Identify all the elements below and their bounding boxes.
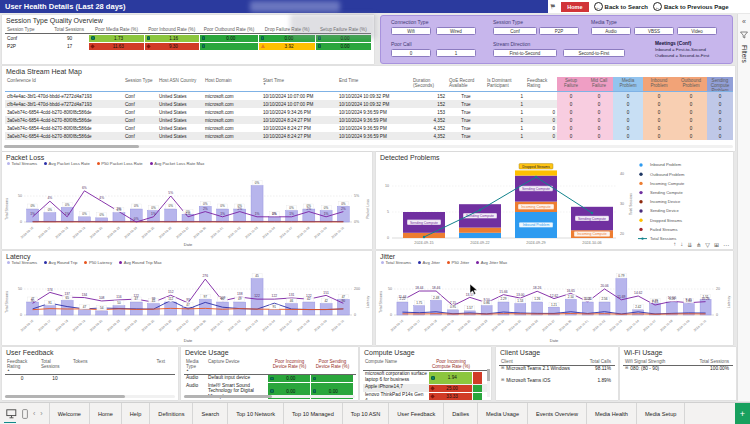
- legend-item-sending-device[interactable]: Sending Device: [650, 208, 679, 213]
- filter-button-wifi[interactable]: Wifi: [391, 27, 431, 35]
- filter-button-p2p[interactable]: P2P: [539, 27, 579, 35]
- bar-2024-09-19[interactable]: [78, 310, 90, 315]
- wifi-row[interactable]: ⊞080: (80 - 90)100.00%: [623, 366, 733, 374]
- scrollbar-thumb[interactable]: [184, 395, 272, 398]
- filter-button-1[interactable]: 1: [436, 49, 476, 57]
- filter-button-wired[interactable]: Wired: [436, 27, 476, 35]
- stack-segment-incoming-compute[interactable]: [459, 228, 501, 233]
- home-button[interactable]: Home: [561, 2, 588, 12]
- drill-up-icon[interactable]: ↑: [673, 241, 676, 248]
- stack-segment-dropped-streams[interactable]: [515, 170, 557, 175]
- drill-down-icon[interactable]: ↓: [680, 241, 683, 248]
- filter-button-video[interactable]: Video: [677, 27, 717, 35]
- bar-2024-10-01[interactable]: [217, 302, 229, 315]
- filters-rail-label[interactable]: Filters: [741, 45, 748, 63]
- tab-media-usage[interactable]: Media Usage: [478, 403, 528, 424]
- heatmap-row[interactable]: 3a0eb74c-6854-4cdd-b270-80f0f8c586deConf…: [5, 108, 733, 116]
- legend-item-inbound-problem[interactable]: Inbound Problem: [650, 162, 682, 167]
- tab-user-feedback[interactable]: User Feedback: [389, 403, 444, 424]
- bar-2024-09-23[interactable]: [113, 306, 125, 315]
- vscrollbar[interactable]: [487, 369, 490, 397]
- filter-button-conf[interactable]: Conf: [493, 27, 537, 35]
- feedback-row[interactable]: 010: [5, 375, 175, 383]
- add-page-button[interactable]: +: [735, 403, 750, 424]
- bar-2024-10-08[interactable]: [303, 209, 315, 222]
- bar-2024-09-17[interactable]: [44, 306, 56, 315]
- bar-2024-09-24[interactable]: [498, 302, 509, 315]
- scrollbar-thumb[interactable]: [487, 369, 490, 381]
- legend-item-sending-compute[interactable]: Sending Compute: [650, 190, 683, 195]
- heatmap-row[interactable]: 3a0eb74c-6854-4cdd-b270-80f0f8c586deConf…: [5, 124, 733, 132]
- bar-2024-09-18[interactable]: [61, 300, 73, 315]
- expand-icon[interactable]: ⊞: [501, 378, 504, 383]
- legend-item-failed-streams[interactable]: Failed Streams: [650, 227, 678, 232]
- stack-segment-inbound-problem[interactable]: [459, 233, 501, 238]
- compute-row[interactable]: lenovo ThinkPad P14s Gen 433.33: [363, 392, 487, 400]
- collapse-filters-icon[interactable]: «: [742, 18, 746, 25]
- pin-icon[interactable]: ⚑: [549, 2, 557, 11]
- bar-2024-09-26[interactable]: [165, 209, 177, 222]
- filter-button-second-to-first[interactable]: Second-to-First: [563, 49, 625, 57]
- legend-item-dropped-streams[interactable]: Dropped Streams: [650, 218, 682, 223]
- bar-2024-09-18[interactable]: [431, 300, 442, 315]
- expand-icon[interactable]: ⊞: [625, 366, 628, 371]
- filter-button-vbss[interactable]: VBSS: [634, 27, 674, 35]
- overview-row[interactable]: P2P1711.639.303.920.00: [5, 42, 371, 50]
- desktop-view-icon[interactable]: [6, 409, 17, 419]
- bar-2024-10-02[interactable]: [234, 209, 246, 222]
- scrollbar-thumb[interactable]: [4, 145, 139, 148]
- legend-item-incoming-device[interactable]: Incoming Device: [650, 199, 681, 204]
- more-options-icon[interactable]: ⋯: [723, 241, 729, 248]
- heatmap-row[interactable]: cfb4e4ac-3bf1-470d-bbdd-e7272d4a7193Conf…: [5, 91, 733, 100]
- heatmap-row[interactable]: 3a0eb74c-6854-4cdd-b270-80f0f8c586deConf…: [5, 116, 733, 124]
- focus-mode-icon[interactable]: ⊞: [714, 241, 719, 248]
- compute-row[interactable]: Apple iPhone14,725.00: [363, 384, 487, 392]
- next-tab-arrow[interactable]: ›: [40, 410, 42, 417]
- tab-search[interactable]: Search: [193, 403, 228, 424]
- expand-all-icon[interactable]: ⇊: [687, 241, 692, 248]
- tab-help[interactable]: Help: [122, 403, 151, 424]
- bar-2024-10-04[interactable]: [268, 310, 280, 315]
- bar-2024-09-30[interactable]: [199, 299, 211, 315]
- tab-media-health[interactable]: Media Health: [587, 403, 637, 424]
- legend-item-outbound-problem[interactable]: Outbound Problem: [650, 172, 685, 177]
- tab-top-10-network[interactable]: Top 10 Network: [228, 403, 284, 424]
- filter-funnel-icon[interactable]: [740, 31, 748, 39]
- client-row[interactable]: ⊞Microsoft Teams 2.1 Windows98.11%: [499, 366, 615, 378]
- filter-button-0[interactable]: 0: [391, 49, 431, 57]
- heatmap-row[interactable]: 3a0eb74c-6854-4cdd-b270-80f0f8c586deConf…: [5, 132, 733, 140]
- tab-top-10-asn[interactable]: Top 10 ASN: [343, 403, 390, 424]
- filter-button-audio[interactable]: Audio: [591, 27, 631, 35]
- client-row[interactable]: ⊞Microsoft Teams iOS1.89%: [499, 378, 615, 386]
- bar-2024-10-08[interactable]: [303, 302, 315, 315]
- tab-top-10-managed[interactable]: Top 10 Managed: [284, 403, 343, 424]
- tab-home[interactable]: Home: [90, 403, 122, 424]
- tab-events-overview[interactable]: Events Overview: [528, 403, 587, 424]
- tab-media-setup[interactable]: Media Setup: [637, 403, 685, 424]
- back-to-search-button[interactable]: ←Back to Search: [594, 2, 648, 11]
- tab-definitions[interactable]: Definitions: [150, 403, 193, 424]
- legend-item-incoming-compute[interactable]: Incoming Compute: [650, 181, 685, 186]
- compute-row[interactable]: microsoft corporation surface laptop 6 f…: [363, 371, 487, 384]
- tab-welcome[interactable]: Welcome: [49, 403, 90, 424]
- heatmap-hscrollbar[interactable]: [4, 145, 733, 148]
- filter-icon[interactable]: ▽: [705, 241, 710, 248]
- bar-2024-09-17[interactable]: [44, 213, 56, 222]
- bar-2024-09-20[interactable]: [96, 311, 108, 315]
- legend-label: Avg Jitter Max: [481, 260, 507, 265]
- heatmap-row[interactable]: cfb4e4ac-3bf1-470d-bbdd-e7272d4a7193Conf…: [5, 100, 733, 108]
- bar-2024-09-30[interactable]: [565, 299, 576, 315]
- prev-tab-arrow[interactable]: ‹: [33, 410, 35, 417]
- hscrollbar[interactable]: [184, 395, 355, 398]
- bar-2024-09-16[interactable]: [397, 302, 408, 315]
- mobile-view-icon[interactable]: [22, 409, 28, 419]
- bar-2024-10-02[interactable]: [599, 302, 610, 315]
- hscrollbar[interactable]: [5, 395, 175, 398]
- scrollbar-thumb[interactable]: [5, 395, 125, 398]
- tab-dailies[interactable]: Dailies: [444, 403, 478, 424]
- back-to-previous-button[interactable]: ←Back to Previous Page: [653, 2, 729, 11]
- filter-button-first-to-second[interactable]: First-to-Second: [493, 49, 557, 57]
- device-row[interactable]: AudioDefault input device0.00: [184, 375, 356, 383]
- expand-icon[interactable]: ⊞: [501, 366, 504, 371]
- drill-hierarchy-icon[interactable]: ⋔: [696, 241, 701, 248]
